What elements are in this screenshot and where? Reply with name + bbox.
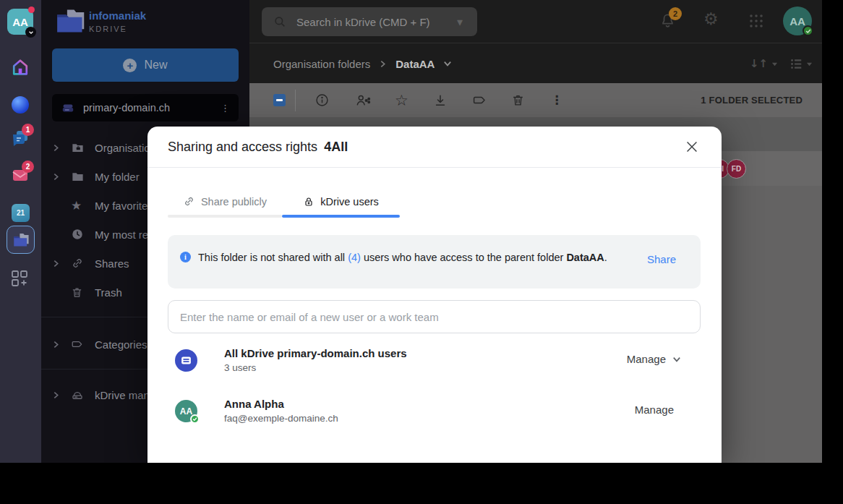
- plus-icon: +: [123, 59, 137, 72]
- member-subtitle: 3 users: [224, 362, 256, 373]
- sort-button[interactable]: ↓↑: [750, 44, 778, 83]
- kebab-menu-icon[interactable]: ⋮: [221, 103, 230, 114]
- chevron-down-icon[interactable]: [443, 59, 452, 68]
- new-button[interactable]: + New: [52, 48, 239, 82]
- tab-underline-active: [282, 215, 400, 218]
- tab-share-publicly[interactable]: Share publicly: [168, 188, 282, 215]
- selection-status: 1 FOLDER SELECTED: [701, 83, 803, 117]
- shared-avatar: FD: [727, 159, 746, 179]
- list-view-icon: [790, 58, 803, 70]
- caret-down-icon: [806, 61, 813, 67]
- verified-check-icon: [190, 414, 200, 424]
- modal-folder-name: 4All: [324, 140, 348, 155]
- workspace-avatar[interactable]: AA: [7, 9, 33, 35]
- chevron-right-icon[interactable]: [52, 260, 71, 268]
- member-title: All kDrive primary-domain.ch users: [224, 347, 407, 359]
- breadcrumb-current[interactable]: DataAA: [395, 58, 435, 70]
- topbar: Search in kDrive (CMD + F) ▾ 2 ⚙ AA: [249, 0, 822, 43]
- kdrive-folder-icon: [12, 231, 30, 249]
- tag-icon: [71, 338, 89, 351]
- brand-product: KDRIVE: [89, 25, 127, 33]
- organisation-folder-icon: [71, 141, 89, 155]
- kdrive-app-icon-selected[interactable]: [7, 226, 35, 254]
- settings-gear-icon[interactable]: ⚙: [703, 9, 719, 29]
- trash-icon[interactable]: [511, 93, 525, 107]
- banner-text: This folder is not shared with all (4) u…: [198, 235, 632, 280]
- star-icon: ★: [71, 198, 89, 213]
- apps-grid-plus-icon[interactable]: [10, 269, 30, 289]
- notification-dot: [28, 7, 35, 13]
- drive-selector-label: primary-domain.ch: [83, 102, 221, 114]
- tab-underline-inactive: [168, 215, 282, 218]
- brand-name: infomaniak: [89, 9, 146, 22]
- drive-icon: [61, 101, 74, 114]
- breadcrumb: Organisation folders DataAA: [273, 44, 452, 83]
- kmeet-icon[interactable]: [12, 96, 29, 114]
- clock-icon: [71, 228, 89, 241]
- drive-icon: [180, 354, 192, 367]
- toolbar-divider: [295, 90, 296, 111]
- folder-icon: [71, 170, 89, 184]
- select-all-checkbox[interactable]: [273, 94, 286, 106]
- share-button[interactable]: Share: [647, 253, 676, 265]
- manage-button[interactable]: Manage: [635, 403, 674, 416]
- selection-toolbar: ☆ ⋮ 1 FOLDER SELECTED: [249, 83, 822, 117]
- view-mode-button[interactable]: [790, 44, 813, 83]
- kchat-badge: 1: [22, 124, 34, 136]
- home-icon[interactable]: [10, 57, 30, 77]
- calendar-icon[interactable]: 21: [12, 204, 30, 222]
- user-avatar: AA: [175, 400, 197, 422]
- trash-icon: [71, 286, 89, 299]
- modal-title: Sharing and access rights: [168, 140, 317, 155]
- caret-down-icon: [771, 61, 778, 67]
- user-avatar[interactable]: AA: [783, 7, 812, 35]
- tag-icon[interactable]: [472, 93, 487, 108]
- add-user-input[interactable]: [168, 300, 701, 333]
- app-window: AA 1: [0, 0, 822, 463]
- link-icon: [183, 195, 195, 208]
- chevron-right-icon[interactable]: [52, 341, 71, 349]
- drive-management-icon: [71, 388, 89, 401]
- search-icon: [273, 15, 286, 28]
- chevron-right-icon[interactable]: [52, 144, 71, 152]
- share-user-icon[interactable]: [355, 93, 371, 108]
- user-count-link[interactable]: (4): [348, 252, 361, 263]
- member-title: Anna Alpha: [224, 398, 284, 410]
- info-icon[interactable]: [314, 93, 330, 108]
- chevron-down-icon: [25, 27, 36, 38]
- info-icon: i: [180, 252, 191, 262]
- search-placeholder: Search in kDrive (CMD + F): [296, 16, 457, 28]
- notifications-badge: 2: [669, 7, 682, 20]
- search-input[interactable]: Search in kDrive (CMD + F) ▾: [262, 7, 477, 36]
- sharing-modal: Sharing and access rights 4All Share pub…: [147, 127, 722, 463]
- tab-kdrive-users[interactable]: kDrive users: [282, 188, 400, 215]
- verified-check-icon: [803, 25, 813, 36]
- workspace-avatar-initials: AA: [12, 16, 28, 28]
- download-icon[interactable]: [433, 93, 448, 108]
- member-subtitle: faq@exemple-domaine.ch: [224, 413, 338, 424]
- breadcrumb-root[interactable]: Organisation folders: [273, 58, 370, 70]
- chevron-right-icon: [379, 60, 387, 68]
- app-rail: AA 1: [0, 0, 41, 463]
- manage-dropdown[interactable]: Manage: [627, 353, 681, 365]
- mail-badge: 2: [22, 161, 34, 173]
- apps-grid-icon[interactable]: [749, 14, 763, 28]
- member-row-all-users: All kDrive primary-domain.ch users 3 use…: [168, 346, 681, 383]
- more-actions-kebab-icon[interactable]: ⋮: [551, 93, 563, 108]
- close-icon[interactable]: [684, 139, 700, 155]
- search-dropdown-caret-icon[interactable]: ▾: [457, 15, 463, 29]
- member-row-anna-alpha: AA Anna Alpha faq@exemple-domaine.ch Man…: [168, 396, 681, 434]
- link-icon: [71, 257, 89, 270]
- breadcrumb-row: Organisation folders DataAA ↓↑: [249, 44, 822, 83]
- chevron-right-icon[interactable]: [52, 391, 71, 399]
- infomaniak-logo-icon[interactable]: [54, 6, 86, 38]
- lock-icon: [303, 196, 314, 208]
- drive-group-avatar: [175, 349, 197, 372]
- star-icon[interactable]: ☆: [395, 92, 408, 109]
- modal-header: Sharing and access rights 4All: [147, 127, 722, 168]
- chevron-right-icon[interactable]: [52, 173, 71, 181]
- drive-selector[interactable]: primary-domain.ch ⋮: [52, 94, 239, 121]
- chevron-down-icon: [672, 355, 681, 364]
- info-banner: i This folder is not shared with all (4)…: [168, 235, 701, 289]
